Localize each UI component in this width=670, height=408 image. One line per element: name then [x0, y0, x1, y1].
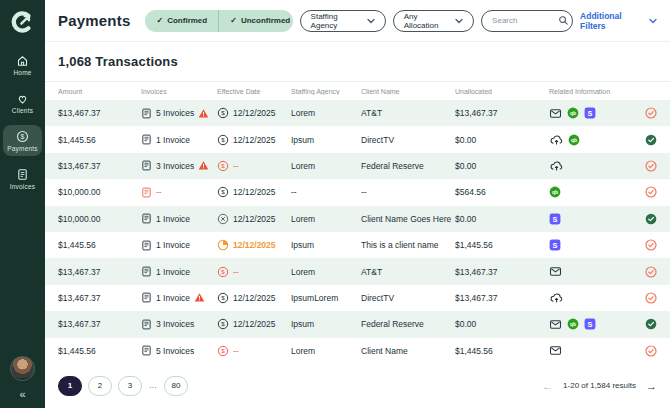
search-input-pill[interactable]: [481, 10, 573, 32]
status-confirmed-icon[interactable]: [645, 318, 657, 330]
invoices-cell: 1 Invoice: [141, 266, 217, 277]
status-confirmed-icon[interactable]: [645, 213, 657, 225]
cloud-upload-icon[interactable]: [549, 133, 563, 146]
user-avatar[interactable]: [10, 356, 35, 381]
next-page-icon[interactable]: →: [646, 380, 657, 392]
sidebar-item-clients[interactable]: Clients: [3, 87, 42, 118]
sidebar-item-home[interactable]: Home: [3, 49, 42, 80]
invoices-label: 1 Invoice: [156, 293, 190, 303]
effective-date-cell: $ --: [217, 160, 291, 172]
svg-text:qb: qb: [552, 189, 558, 195]
stripe-icon[interactable]: S: [549, 239, 561, 251]
dollar-circle: $: [217, 345, 229, 357]
quickbooks-icon[interactable]: qb: [567, 318, 579, 330]
invoices-cell: 1 Invoice: [141, 213, 217, 224]
quickbooks-icon[interactable]: qb: [549, 186, 561, 198]
status-unconfirmed-icon[interactable]: [645, 160, 657, 172]
quickbooks-icon[interactable]: qb: [568, 134, 580, 146]
search-input[interactable]: [492, 16, 552, 25]
main-panel: Payments ✓ Confirmed✓ Unconfirmed Staffi…: [45, 0, 670, 408]
sidebar-item-label: Invoices: [10, 183, 35, 190]
cloud-upload-icon[interactable]: [549, 291, 563, 304]
effective-date-label: 12/12/2025: [233, 187, 276, 197]
status-unconfirmed-icon[interactable]: [645, 239, 657, 251]
effective-date-cell: $ 12/12/2025: [217, 292, 291, 304]
staffing-agency-cell: Ipsum: [291, 135, 361, 145]
unallocated-cell: $0.00: [455, 319, 549, 329]
amount-cell: $10,000.00: [58, 214, 141, 224]
dropdown-label: Any Allocation: [404, 12, 449, 30]
sidebar-item-invoices[interactable]: Invoices: [3, 163, 42, 194]
unallocated-cell: $13,467.37: [455, 293, 549, 303]
envelope-icon[interactable]: [549, 265, 562, 278]
staffing-agency-cell: Lorem: [291, 108, 361, 118]
effective-date-label: 12/12/2025: [233, 240, 276, 250]
brand-logo-icon[interactable]: [10, 9, 36, 35]
payments-icon: $: [16, 130, 29, 143]
envelope-icon[interactable]: [549, 344, 562, 357]
effective-date-cell: $ 12/12/2025: [217, 186, 291, 198]
invoices-icon: [16, 168, 29, 181]
page-button-80[interactable]: 80: [164, 376, 188, 396]
amount-cell: $1,445.56: [58, 135, 141, 145]
invoices-cell: 5 Invoices: [141, 108, 217, 119]
additional-filters-button[interactable]: Additional Filters: [580, 11, 657, 31]
table-row[interactable]: $13,467.37 3 Invoices $ -- Lorem Federal…: [45, 153, 670, 179]
amount-cell: $13,467.37: [58, 267, 141, 277]
invoice-doc-icon: [141, 134, 152, 145]
svg-text:qb: qb: [570, 321, 576, 327]
amount-cell: $10,000.00: [58, 187, 141, 197]
client-name-cell: AT&T: [361, 267, 455, 277]
quickbooks-icon[interactable]: qb: [567, 107, 579, 119]
staffing-agency-cell: IpsumLorem: [291, 293, 361, 303]
table-row[interactable]: $1,445.56 5 Invoices $ -- Lorem Client N…: [45, 338, 670, 364]
column-header: Amount: [58, 88, 141, 95]
collapse-sidebar-icon[interactable]: «: [19, 389, 25, 400]
dropdown-staffing-agency[interactable]: Staffing Agency: [300, 10, 386, 32]
stripe-icon[interactable]: S: [584, 318, 596, 330]
table-row[interactable]: $1,445.56 1 Invoice $ 12/12/2025 Ipsum D…: [45, 126, 670, 152]
envelope-icon[interactable]: [549, 318, 562, 331]
table-row[interactable]: $13,467.37 1 Invoice $ 12/12/2025 IpsumL…: [45, 285, 670, 311]
page-button-1[interactable]: 1: [58, 376, 82, 396]
table-row[interactable]: $10,000.00 1 Invoice 12/12/2025 Lorem Cl…: [45, 206, 670, 232]
table-row[interactable]: $1,445.56 1 Invoice 12/12/2025 Ipsum Thi…: [45, 232, 670, 258]
filter-toggle-unconfirmed[interactable]: ✓ Unconfirmed: [218, 10, 292, 32]
page-button-3[interactable]: 3: [118, 376, 142, 396]
table-row[interactable]: $13,467.37 3 Invoices $ 12/12/2025 Ipsum…: [45, 311, 670, 337]
status-unconfirmed-icon[interactable]: [645, 266, 657, 278]
stripe-icon[interactable]: S: [549, 213, 561, 225]
status-unconfirmed-icon[interactable]: [645, 292, 657, 304]
status-cell: [621, 345, 657, 357]
stripe-icon[interactable]: S: [584, 107, 596, 119]
status-unconfirmed-icon[interactable]: [645, 345, 657, 357]
table-row[interactable]: $13,467.37 5 Invoices $ 12/12/2025 Lorem…: [45, 100, 670, 126]
column-header: Related Information: [549, 88, 621, 95]
dropdown-any-allocation[interactable]: Any Allocation: [393, 10, 474, 32]
prev-page-icon[interactable]: ←: [542, 380, 553, 392]
client-name-cell: Federal Reserve: [361, 319, 455, 329]
envelope-icon[interactable]: [549, 107, 562, 120]
filter-toggle-confirmed[interactable]: ✓ Confirmed: [145, 10, 218, 32]
dollar-circle: $: [217, 160, 229, 172]
table-row[interactable]: $13,467.37 1 Invoice $ -- Lorem AT&T $13…: [45, 258, 670, 284]
status-unconfirmed-icon[interactable]: [645, 186, 657, 198]
sidebar-item-payments[interactable]: $ Payments: [3, 125, 42, 156]
effective-date-cell: 12/12/2025: [217, 239, 291, 251]
svg-text:$: $: [221, 268, 225, 275]
payments-app: Home Clients$ Payments Invoices « Paymen…: [0, 0, 670, 408]
column-header: Staffing Agency: [291, 88, 361, 95]
status-unconfirmed-icon[interactable]: [645, 107, 657, 119]
page-title: Payments: [58, 12, 130, 29]
effective-date-label: 12/12/2025: [233, 319, 276, 329]
status-confirmed-icon[interactable]: [645, 134, 657, 146]
table-row[interactable]: $10,000.00 -- $ 12/12/2025 -- -- $564.56…: [45, 179, 670, 205]
invoices-cell: 5 Invoices: [141, 345, 217, 356]
cloud-upload-icon[interactable]: [549, 159, 563, 172]
svg-text:S: S: [553, 214, 558, 223]
page-button-2[interactable]: 2: [88, 376, 112, 396]
home-icon: [16, 54, 29, 67]
check-icon: ✓: [230, 16, 237, 25]
client-name-cell: This is a client name: [361, 240, 455, 250]
status-cell: [621, 186, 657, 198]
